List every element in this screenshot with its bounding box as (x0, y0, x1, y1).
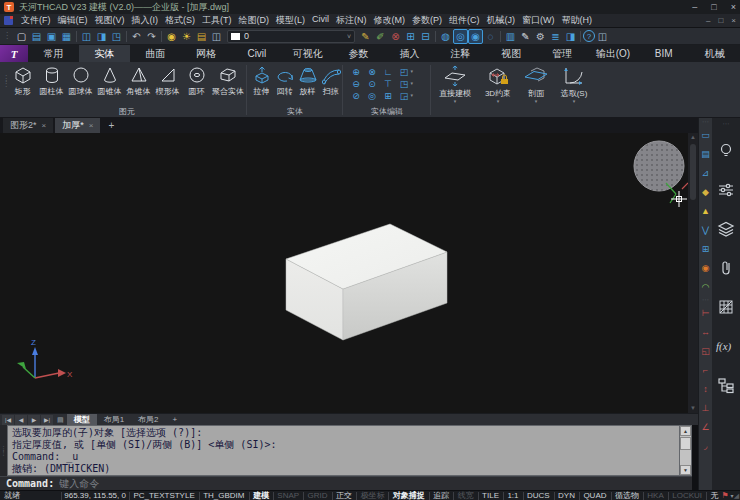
new-document-tab-button[interactable]: + (102, 118, 120, 133)
wipeout-tool-icon[interactable]: ⋁ (699, 220, 712, 239)
cylinder-tool[interactable]: 圆柱体 (37, 65, 66, 97)
direct-modeling-tool[interactable]: 直接建模 ▾ (434, 65, 476, 104)
hierarchy-icon[interactable] (714, 365, 738, 404)
new-file-icon[interactable]: ▢ (14, 29, 29, 44)
status-ducs-toggle[interactable]: DUCS (526, 491, 551, 500)
status-grid-toggle[interactable]: GRID (307, 491, 329, 500)
status-otrack-toggle[interactable]: 追踪 (432, 490, 450, 500)
taper-face-icon[interactable]: ◎ (364, 90, 380, 102)
hatch-tool-icon[interactable]: ◆ (699, 182, 712, 201)
status-osnap-toggle[interactable]: 对象捕捉 (392, 490, 426, 500)
tab-layout1[interactable]: 布局1 (97, 414, 131, 426)
new-layout-button[interactable]: + (166, 414, 185, 426)
tab-annotate[interactable]: 注释 (435, 45, 486, 62)
subtract-icon[interactable]: ⊗ (364, 66, 380, 78)
chamfer-edge-icon[interactable]: ⊤ (380, 78, 396, 90)
menu-edit[interactable]: 编辑(E) (58, 14, 88, 27)
tab-model[interactable]: 模型 (67, 414, 97, 426)
tab-solid[interactable]: 实体 (79, 45, 130, 62)
status-quad-toggle[interactable]: QUAD (582, 491, 607, 500)
cone-tool[interactable]: 圆锥体 (95, 65, 124, 97)
dim-aligned-icon[interactable]: ↔ (699, 322, 712, 341)
dim-area-icon[interactable]: ◱ (699, 341, 712, 360)
lightbulb-icon[interactable] (714, 131, 738, 170)
group-icon[interactable]: ⊞ (403, 29, 418, 44)
section-tool[interactable]: 剖面 ▾ (520, 65, 552, 104)
dim-radius-icon[interactable]: ◞ (699, 436, 712, 455)
tab-layout2[interactable]: 布局2 (131, 414, 165, 426)
layer-select[interactable]: 0 ˅ (227, 30, 355, 43)
filter-icon[interactable]: ⊟ (418, 29, 433, 44)
view-2dwireframe-icon[interactable]: ◍ (438, 29, 453, 44)
menu-view[interactable]: 视图(V) (95, 14, 125, 27)
fillet-edge-icon[interactable]: ∟ (380, 66, 396, 78)
status-dyn-toggle[interactable]: DYN (557, 491, 576, 500)
doc-restore-button[interactable]: □ (718, 16, 723, 25)
next-layout-button[interactable]: ▶ (28, 415, 40, 425)
sun-icon[interactable]: ☀ (179, 29, 194, 44)
palette-grip[interactable]: ⋯ (723, 120, 730, 127)
extract-edge-icon[interactable]: ⊞ (380, 90, 396, 102)
table-tool-icon[interactable]: ▤ (699, 144, 712, 163)
extrude-tool[interactable]: 拉伸 (250, 65, 273, 97)
grid-tool-icon[interactable]: ⊞ (699, 239, 712, 258)
paperclip-icon[interactable] (714, 248, 738, 287)
menu-civil[interactable]: Civil (312, 14, 329, 27)
command-input[interactable] (59, 478, 692, 489)
publish-icon[interactable]: ◳ (109, 29, 124, 44)
scrollbar-thumb[interactable] (690, 144, 696, 200)
intersect-icon[interactable]: ⊖ (348, 78, 364, 90)
toolbar-grip[interactable]: ⋮ (3, 33, 11, 39)
function-icon[interactable]: f(x) (714, 326, 738, 365)
dim-ordinate-icon[interactable]: ⊥ (699, 398, 712, 417)
maximize-button[interactable]: □ (711, 2, 716, 12)
status-hka-toggle[interactable]: HKA (646, 491, 664, 500)
lightning-tool-icon[interactable]: ▲ (699, 201, 712, 220)
dim-angular-icon[interactable]: ∠ (699, 417, 712, 436)
sweep-tool[interactable]: 扫掠 (319, 65, 342, 97)
menu-tools[interactable]: 工具(T) (202, 14, 232, 27)
tab-output[interactable]: 输出(O) (587, 45, 638, 62)
menu-dimension[interactable]: 标注(N) (336, 14, 367, 27)
constraints-3d-tool[interactable]: 3D约束 ▾ (478, 65, 518, 104)
sheet-list-icon[interactable]: ≣ (548, 29, 563, 44)
status-dimstyle[interactable]: TH_GBDIM (202, 491, 245, 500)
scroll-up-icon[interactable]: ▲ (690, 133, 696, 142)
tab-mesh[interactable]: 网格 (181, 45, 232, 62)
doc-tab-drawing2[interactable]: 图形2* × (3, 118, 53, 133)
purge-icon[interactable]: ⊗ (388, 29, 403, 44)
print-icon[interactable]: ◨ (94, 29, 109, 44)
status-lineweight-toggle[interactable]: 线宽 (457, 490, 475, 500)
point-tool-icon[interactable]: ◉ (699, 258, 712, 277)
first-layout-button[interactable]: |◀ (2, 415, 14, 425)
status-polar-toggle[interactable]: 极坐标 (359, 490, 385, 500)
canvas-scrollbar[interactable]: ▲ ▼ (688, 133, 698, 413)
status-none-toggle[interactable]: 无 (709, 490, 719, 500)
close-icon[interactable]: × (42, 121, 47, 130)
imprint-icon[interactable]: ⊘ (348, 90, 364, 102)
undo-icon[interactable]: ↶ (129, 29, 144, 44)
scrollbar-thumb[interactable] (680, 437, 691, 450)
save-as-icon[interactable]: ▦ (59, 29, 74, 44)
menu-components[interactable]: 组件(C) (449, 14, 480, 27)
prev-layout-button[interactable]: ◀ (15, 415, 27, 425)
menu-file[interactable]: 文件(F) (21, 14, 51, 27)
menu-mechanical[interactable]: 机械(J) (487, 14, 516, 27)
thcad-logo[interactable]: T (0, 45, 28, 62)
hatch-pattern-icon[interactable] (714, 287, 738, 326)
union-icon[interactable]: ⊕ (348, 66, 364, 78)
drawing-canvas[interactable]: Z X (0, 133, 688, 413)
doc-close-button[interactable]: × (731, 16, 736, 25)
resize-grip[interactable]: ◢ (734, 492, 739, 500)
view-realistic-icon[interactable]: ◌ (483, 29, 498, 44)
menu-modify[interactable]: 修改(M) (374, 14, 406, 27)
dim-vertical-icon[interactable]: ↕ (699, 379, 712, 398)
toolbar-grip[interactable]: ⋯ (702, 118, 709, 125)
polyline-tool-icon[interactable]: ⊿ (699, 163, 712, 182)
eyedropper-icon[interactable]: ✐ (373, 29, 388, 44)
lightbulb-icon[interactable]: ◉ (164, 29, 179, 44)
torus-tool[interactable]: 圆环 (182, 65, 211, 97)
save-icon[interactable]: ▣ (44, 29, 59, 44)
thicken-icon[interactable]: ◲▾ (396, 90, 412, 102)
share-icon[interactable]: ◫ (595, 29, 610, 44)
